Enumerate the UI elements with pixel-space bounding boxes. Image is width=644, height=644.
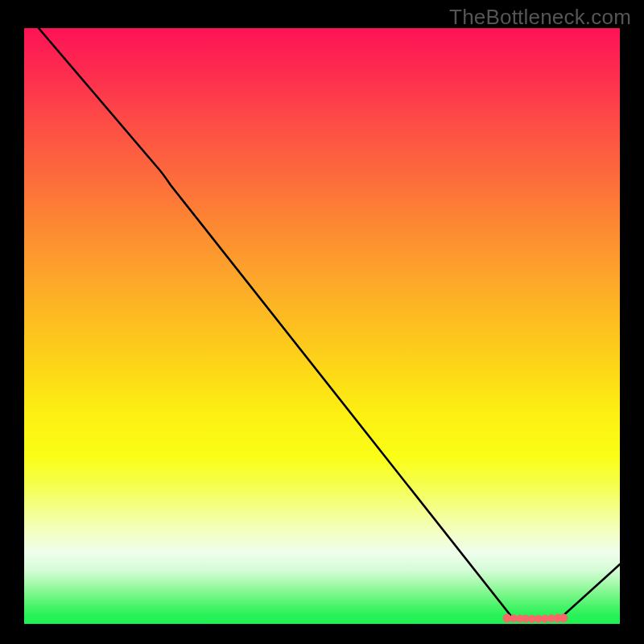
- chart-svg: [24, 28, 620, 624]
- watermark-text: TheBottleneck.com: [449, 5, 631, 30]
- main-line: [39, 28, 620, 618]
- marker-cluster: [503, 614, 568, 623]
- plot-area: [24, 28, 620, 624]
- svg-point-9: [559, 614, 568, 622]
- chart-frame: TheBottleneck.com: [0, 0, 644, 644]
